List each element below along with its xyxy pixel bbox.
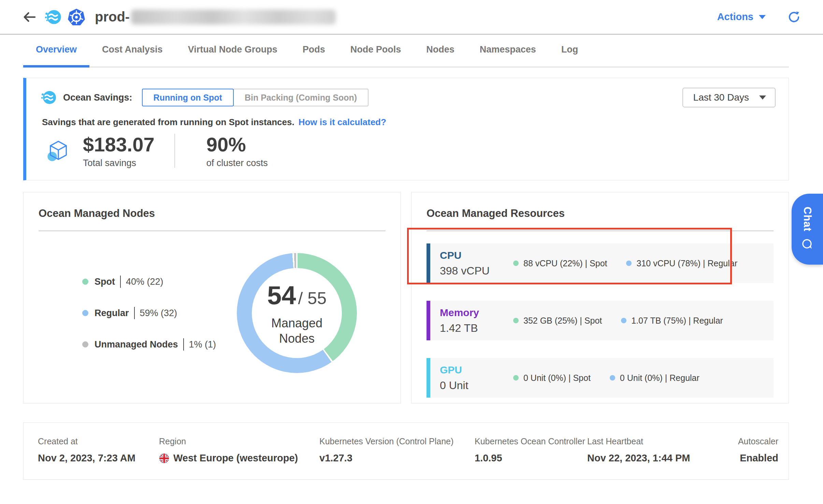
spot-color-dot: [513, 318, 519, 323]
nodes-legend: Spot 40% (22) Regular 59% (32) Unmanaged…: [82, 276, 216, 351]
legend-separator: [134, 307, 135, 319]
regular-color-dot: [82, 310, 88, 316]
gpu-total: 0 Unit: [440, 379, 513, 392]
cluster-name-redacted: [131, 10, 336, 25]
spot-color-dot: [513, 261, 519, 266]
footer-autoscaler: Autoscaler Enabled: [691, 436, 778, 464]
tab-overview[interactable]: Overview: [23, 44, 89, 68]
footer-value: 1.0.95: [475, 453, 587, 464]
cluster-cost-label: of cluster costs: [206, 158, 268, 168]
spot-color-dot: [513, 375, 519, 381]
regular-color-dot: [626, 261, 632, 266]
toggle-running-on-spot[interactable]: Running on Spot: [142, 89, 234, 106]
cpu-regular-stat: 310 vCPU (78%) | Regular: [626, 258, 737, 268]
top-bar-actions: Actions: [717, 11, 800, 24]
footer-region: Region West Europe (westeurope): [159, 436, 319, 464]
legend-separator: [120, 276, 121, 288]
ocean-waves-icon: [41, 89, 57, 106]
cluster-cost-metric: 90% of cluster costs: [206, 133, 268, 168]
ocean-logo-icon: [44, 8, 62, 26]
legend-value: 40% (22): [126, 277, 163, 287]
footer-created-at: Created at Nov 2, 2023, 7:23 AM: [38, 436, 159, 464]
period-selector-value: Last 30 Days: [693, 92, 749, 103]
cpu-label: CPU: [440, 250, 513, 261]
legend-item-spot[interactable]: Spot 40% (22): [82, 276, 216, 288]
footer-label: Created at: [38, 436, 159, 446]
memory-spot-value: 352 GB (25%) | Spot: [523, 316, 602, 326]
legend-name: Regular: [95, 308, 129, 318]
memory-label: Memory: [440, 307, 513, 318]
total-savings-metric: $183.07 Total savings: [83, 133, 155, 168]
legend-value: 59% (32): [140, 308, 177, 318]
tab-log[interactable]: Log: [549, 44, 591, 68]
memory-regular-value: 1.07 TB (75%) | Regular: [631, 316, 723, 326]
actions-dropdown-button[interactable]: Actions: [717, 11, 766, 23]
footer-last-heartbeat: Last Heartbeat Nov 22, 2023, 1:44 PM: [587, 436, 691, 464]
savings-description: Savings that are generated from running …: [42, 117, 294, 128]
back-arrow-icon[interactable]: [22, 10, 37, 25]
kubernetes-logo-icon: [67, 8, 86, 27]
chat-button[interactable]: Chat: [792, 194, 823, 265]
cpu-spot-value: 88 vCPU (22%) | Spot: [523, 258, 607, 268]
metric-divider: [174, 134, 175, 168]
managed-nodes-title: Ocean Managed Nodes: [39, 207, 386, 220]
footer-kubernetes-version: Kubernetes Version (Control Plane) v1.27…: [319, 436, 475, 464]
managed-nodes-total: / 55: [298, 288, 327, 308]
legend-name: Unmanaged Nodes: [95, 339, 178, 350]
chevron-down-icon: [759, 95, 766, 100]
tab-cost-analysis[interactable]: Cost Analysis: [89, 44, 175, 68]
savings-cube-icon: [45, 138, 71, 164]
toggle-bin-packing[interactable]: Bin Packing (Coming Soon): [233, 89, 369, 106]
footer-label: Region: [159, 436, 319, 446]
gpu-regular-value: 0 Unit (0%) | Regular: [620, 373, 699, 383]
period-selector[interactable]: Last 30 Days: [682, 88, 776, 107]
footer-value: v1.27.3: [319, 453, 475, 464]
footer-value: West Europe (westeurope): [159, 453, 319, 464]
managed-nodes-donut-chart: 54 / 55 Managed Nodes: [237, 253, 357, 373]
gpu-spot-value: 0 Unit (0%) | Spot: [523, 373, 591, 383]
donut-center: 54 / 55 Managed Nodes: [252, 268, 342, 358]
autoscaler-status-badge: Enabled: [691, 453, 778, 464]
card-divider: [427, 231, 774, 231]
ocean-managed-resources-card: Ocean Managed Resources CPU 398 vCPU 88 …: [411, 192, 789, 403]
uk-flag-icon: [159, 453, 169, 463]
memory-total: 1.42 TB: [440, 322, 513, 335]
resource-row-gpu: GPU 0 Unit 0 Unit (0%) | Spot 0 Unit (0%…: [427, 358, 774, 398]
tab-pods[interactable]: Pods: [290, 44, 338, 68]
gpu-spot-stat: 0 Unit (0%) | Spot: [513, 373, 591, 383]
regular-color-dot: [621, 318, 626, 323]
legend-item-regular[interactable]: Regular 59% (32): [82, 307, 216, 319]
top-bar: prod- Actions: [0, 0, 823, 35]
legend-item-unmanaged-nodes[interactable]: Unmanaged Nodes 1% (1): [82, 338, 216, 351]
chat-label: Chat: [801, 207, 813, 232]
tab-bar: Overview Cost Analysis Virtual Node Grou…: [23, 35, 789, 68]
footer-label: Last Heartbeat: [587, 436, 691, 446]
legend-separator: [183, 338, 184, 351]
refresh-icon[interactable]: [788, 11, 800, 24]
cluster-cost-value: 90%: [206, 133, 268, 156]
footer-value: Nov 2, 2023, 7:23 AM: [38, 453, 159, 464]
how-calculated-link[interactable]: How is it calculated?: [299, 117, 386, 128]
tab-virtual-node-groups[interactable]: Virtual Node Groups: [175, 44, 290, 68]
tab-namespaces[interactable]: Namespaces: [467, 44, 549, 68]
gpu-regular-stat: 0 Unit (0%) | Regular: [610, 373, 699, 383]
actions-label: Actions: [717, 11, 753, 23]
tab-node-pools[interactable]: Node Pools: [338, 44, 414, 68]
managed-nodes-count: 54: [267, 280, 296, 310]
memory-spot-stat: 352 GB (25%) | Spot: [513, 316, 602, 326]
legend-name: Spot: [95, 277, 115, 287]
savings-mode-toggle: Running on Spot Bin Packing (Coming Soon…: [142, 89, 369, 106]
cpu-regular-value: 310 vCPU (78%) | Regular: [636, 258, 737, 268]
total-savings-value: $183.07: [83, 133, 155, 156]
region-value: West Europe (westeurope): [173, 453, 298, 464]
legend-value: 1% (1): [189, 339, 216, 350]
managed-resources-title: Ocean Managed Resources: [427, 207, 774, 220]
page-title: prod-: [95, 9, 336, 25]
managed-nodes-caption: Managed Nodes: [258, 315, 336, 346]
ocean-savings-banner: Ocean Savings: Running on Spot Bin Packi…: [23, 78, 789, 180]
footer-value: Nov 22, 2023, 1:44 PM: [587, 453, 691, 464]
tab-nodes[interactable]: Nodes: [414, 44, 467, 68]
ocean-savings-label: Ocean Savings:: [63, 92, 132, 103]
cpu-total: 398 vCPU: [440, 265, 513, 277]
footer-label: Autoscaler: [691, 436, 778, 446]
